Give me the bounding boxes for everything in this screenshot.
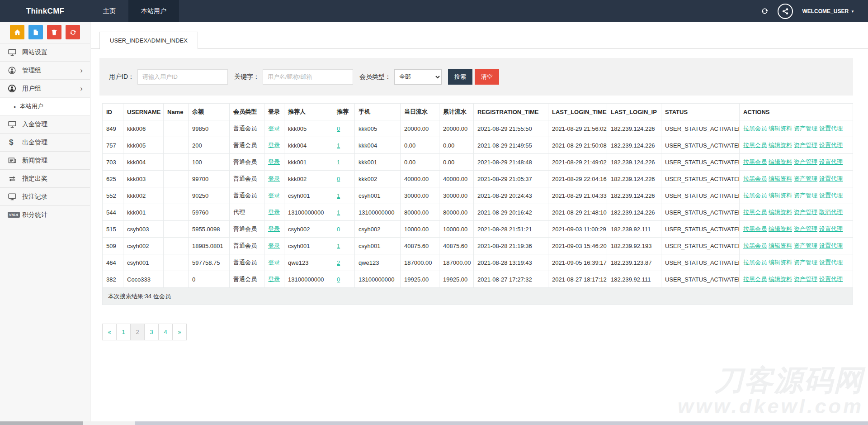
action-link[interactable]: 编辑资料 — [769, 209, 792, 215]
action-link[interactable]: 编辑资料 — [769, 175, 792, 182]
action-link[interactable]: 拉黑会员 — [743, 125, 767, 132]
action-link[interactable]: 资产管理 — [794, 142, 817, 148]
scrollbar-thumb[interactable] — [0, 421, 83, 425]
referral-count-link[interactable]: 1 — [337, 142, 340, 149]
sidebar-item-2[interactable]: 用户组› — [0, 79, 90, 97]
refresh-icon[interactable] — [761, 7, 769, 15]
action-link[interactable]: 编辑资料 — [769, 259, 792, 266]
action-link[interactable]: 编辑资料 — [769, 242, 792, 249]
nav-tab-1[interactable]: 本站用户 — [128, 0, 179, 22]
referral-count-link[interactable]: 1 — [337, 243, 340, 249]
action-link[interactable]: 设置代理 — [819, 175, 843, 182]
action-link[interactable]: 拉黑会员 — [743, 276, 767, 282]
action-link[interactable]: 取消代理 — [819, 209, 843, 215]
action-link[interactable]: 资产管理 — [794, 242, 817, 249]
action-link[interactable]: 资产管理 — [794, 175, 817, 182]
page-»[interactable]: » — [172, 324, 187, 340]
keyword-input[interactable] — [263, 69, 353, 85]
referral-count-link[interactable]: 0 — [337, 125, 340, 132]
login-link[interactable]: 登录 — [268, 158, 280, 165]
cell-ref_count: 1 — [333, 154, 355, 171]
action-link[interactable]: 编辑资料 — [769, 142, 792, 148]
trash-button[interactable] — [47, 25, 61, 39]
referral-count-link[interactable]: 0 — [337, 226, 340, 233]
action-link[interactable]: 设置代理 — [819, 142, 843, 148]
login-link[interactable]: 登录 — [268, 192, 280, 199]
action-link[interactable]: 资产管理 — [794, 158, 817, 165]
action-link[interactable]: 拉黑会员 — [743, 142, 767, 148]
referral-count-link[interactable]: 0 — [337, 176, 340, 182]
action-link[interactable]: 资产管理 — [794, 259, 817, 266]
login-link[interactable]: 登录 — [268, 125, 280, 132]
referral-count-link[interactable]: 0 — [337, 276, 340, 283]
action-link[interactable]: 拉黑会员 — [743, 192, 767, 199]
user-avatar[interactable] — [778, 4, 793, 19]
action-link[interactable]: 拉黑会员 — [743, 158, 767, 165]
cell-registration_time: 2021-08-28 13:19:43 — [474, 254, 548, 271]
action-link[interactable]: 资产管理 — [794, 192, 817, 199]
action-link[interactable]: 设置代理 — [819, 192, 843, 199]
action-link[interactable]: 设置代理 — [819, 259, 843, 266]
page-4[interactable]: 4 — [158, 324, 173, 340]
action-link[interactable]: 资产管理 — [794, 125, 817, 132]
action-link[interactable]: 拉黑会员 — [743, 242, 767, 249]
action-link[interactable]: 编辑资料 — [769, 276, 792, 282]
page-2[interactable]: 2 — [130, 324, 145, 340]
action-link[interactable]: 拉黑会员 — [743, 225, 767, 232]
file-button[interactable] — [28, 25, 43, 39]
cell-actions: 拉黑会员编辑资料资产管理取消代理 — [740, 204, 853, 221]
action-link[interactable]: 设置代理 — [819, 125, 843, 132]
sidebar-item-4[interactable]: $出金管理 — [0, 133, 90, 151]
action-link[interactable]: 资产管理 — [794, 225, 817, 232]
action-link[interactable]: 设置代理 — [819, 225, 843, 232]
action-link[interactable]: 编辑资料 — [769, 158, 792, 165]
login-link[interactable]: 登录 — [268, 276, 280, 282]
action-link[interactable]: 编辑资料 — [769, 192, 792, 199]
tab-user-index[interactable]: USER_INDEXADMIN_INDEX — [99, 32, 198, 49]
referral-count-link[interactable]: 1 — [337, 159, 340, 166]
sidebar-item-3[interactable]: 入金管理 — [0, 115, 90, 133]
keyword-label: 关键字： — [234, 73, 259, 81]
page-3[interactable]: 3 — [144, 324, 159, 340]
login-link[interactable]: 登录 — [268, 225, 280, 232]
sidebar-item-5[interactable]: 新闻管理 — [0, 151, 90, 169]
search-button[interactable]: 搜索 — [448, 69, 472, 85]
login-link[interactable]: 登录 — [268, 142, 280, 148]
referral-count-link[interactable]: 1 — [337, 209, 340, 216]
login-link[interactable]: 登录 — [268, 209, 280, 215]
app-logo[interactable]: ThinkCMF — [0, 0, 90, 22]
login-link[interactable]: 登录 — [268, 175, 280, 182]
referral-count-link[interactable]: 2 — [337, 259, 340, 266]
action-link[interactable]: 设置代理 — [819, 276, 843, 282]
sidebar-subitem-2-0[interactable]: ▸本站用户 — [0, 97, 90, 115]
action-link[interactable]: 编辑资料 — [769, 125, 792, 132]
page-1[interactable]: 1 — [116, 324, 131, 340]
sidebar-item-0[interactable]: 网站设置 — [0, 43, 90, 61]
login-link[interactable]: 登录 — [268, 242, 280, 249]
sidebar-item-6[interactable]: 指定出奖 — [0, 169, 90, 187]
page-«[interactable]: « — [102, 324, 117, 340]
user-id-input[interactable] — [137, 69, 228, 85]
action-link[interactable]: 资产管理 — [794, 276, 817, 282]
action-link[interactable]: 设置代理 — [819, 158, 843, 165]
home-button[interactable] — [10, 25, 24, 39]
referral-count-link[interactable]: 1 — [337, 192, 340, 199]
action-link[interactable]: 资产管理 — [794, 209, 817, 215]
action-link[interactable]: 拉黑会员 — [743, 175, 767, 182]
nav-tab-0[interactable]: 主页 — [90, 0, 128, 22]
sidebar-item-8[interactable]: VISA积分统计 — [0, 205, 90, 224]
cell-daily_flow: 10000.00 — [401, 221, 439, 238]
sidebar-item-7[interactable]: 投注记录 — [0, 187, 90, 205]
action-link[interactable]: 设置代理 — [819, 242, 843, 249]
file-icon — [33, 29, 39, 36]
sidebar-item-1[interactable]: 管理组› — [0, 61, 90, 79]
member-type-select[interactable]: 全部 — [394, 69, 442, 85]
clear-button[interactable]: 清空 — [475, 69, 499, 85]
action-link[interactable]: 拉黑会员 — [743, 209, 767, 215]
login-link[interactable]: 登录 — [268, 259, 280, 266]
action-link[interactable]: 编辑资料 — [769, 225, 792, 232]
welcome-user-dropdown[interactable]: WELCOME_USER ▼ — [802, 8, 854, 14]
horizontal-scrollbar[interactable] — [0, 421, 868, 425]
recycle-button[interactable] — [66, 25, 80, 39]
action-link[interactable]: 拉黑会员 — [743, 259, 767, 266]
